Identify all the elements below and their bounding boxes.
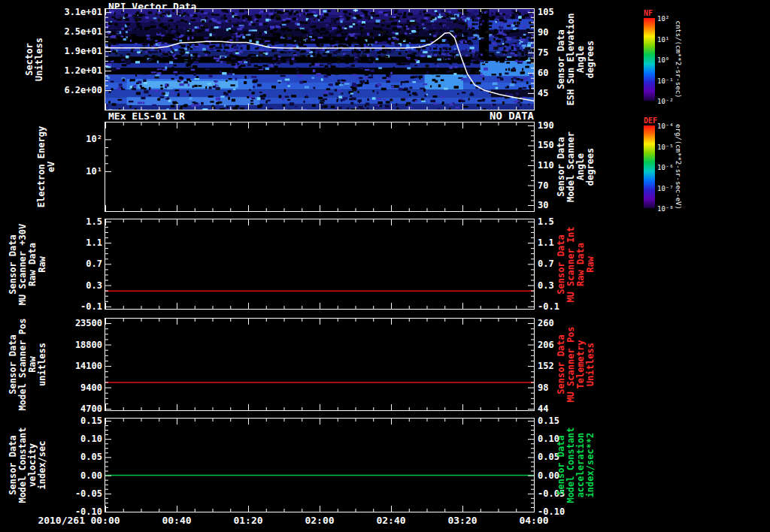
y-tick-label: 0.3 (50, 280, 102, 291)
y-tick-label: 30 (538, 200, 548, 210)
y-tick-label: 206 (538, 340, 554, 350)
npi-spectrogram-canvas (105, 9, 534, 110)
y-tick-label: 44 (538, 404, 548, 414)
y-tick-label: 1.1 (50, 237, 102, 248)
y-tick-label: 45 (538, 88, 548, 98)
y-tick-label: 0.3 (538, 280, 554, 291)
y-tick-label: 150 (538, 140, 554, 150)
y-tick-label: -0.1 (50, 301, 102, 312)
colorbar-tick-label: 10⁻¹ (657, 77, 674, 85)
x-tick-label: 00:40 (150, 515, 203, 526)
colorbar-nf-units: cnts/(cm**2-sr-sec) (675, 21, 682, 98)
y-tick-label: 1.5 (538, 216, 554, 227)
y-tick-label: 0.05 (50, 452, 102, 462)
colorbar-tick-label: 10⁻⁸ (657, 205, 674, 213)
colorbar-nf-gradient (644, 18, 655, 101)
y-axis-label-right: Sensor Data MU Scanner Pos Telemetry Uni… (556, 326, 596, 402)
y-tick-label: 1.1 (538, 237, 554, 248)
x-tick-label: 02:40 (365, 515, 417, 526)
y-axis-label-right: Sensor Data Model Constant acceleration … (556, 427, 596, 503)
y-tick-label: -0.05 (50, 488, 102, 499)
y-tick-label: 9400 (50, 382, 102, 393)
y-tick-label: 90 (538, 27, 548, 38)
panel-npi-spectrogram (105, 8, 535, 110)
panel-model-constant-velocity (105, 418, 535, 512)
y-axis-label-right: Sensor Data MU Scanner Int Raw Data Raw (556, 226, 596, 302)
y-tick-label: 260 (538, 318, 554, 328)
y-tick-label: 10² (50, 134, 102, 144)
y-tick-label: 98 (538, 382, 548, 393)
colorbar-tick-label: 10⁻⁵ (657, 144, 674, 151)
x-tick-label: 01:20 (222, 515, 274, 526)
y-tick-label: 105 (538, 7, 554, 17)
y-axis-label-left: Sector Unitless (25, 38, 44, 81)
y-tick-label: 152 (538, 361, 554, 371)
colorbar-tick-label: 10⁻⁴ (657, 122, 674, 130)
y-axis-label-left: Sensor Data MU Scanner +30V Raw Data Raw (8, 223, 47, 304)
y-tick-label: 0.7 (538, 258, 554, 269)
y-tick-label: 0.7 (50, 258, 102, 269)
y-tick-label: 18800 (50, 340, 102, 350)
colorbar-tick-label: 10⁻⁶ (657, 164, 674, 171)
y-axis-label-left: Electron Energy eV (37, 126, 56, 207)
y-tick-label: 14100 (50, 361, 102, 371)
y-tick-label: 1.5 (50, 216, 102, 227)
y-tick-label: 1.2e+01 (50, 65, 102, 76)
y-tick-label: 4700 (50, 404, 102, 414)
y-tick-label: 190 (538, 120, 554, 131)
y-axis-label-left: Sensor Data Model Scanner Pos Raw unitle… (8, 319, 47, 411)
x-tick-label: 00:00 (79, 515, 132, 526)
y-tick-label: 0.15 (50, 416, 102, 426)
y-axis-label-right: Sensor Data ESH Sun Elevation Angle degr… (556, 14, 596, 106)
model-scanner-pos-canvas (105, 319, 534, 410)
y-axis-label-right: Sensor Data Model Scanner Angle degrees (556, 131, 596, 202)
els-spectrogram-canvas (105, 122, 534, 211)
y-tick-label: 75 (538, 47, 548, 58)
y-tick-label: 6.2e+00 (50, 85, 102, 95)
y-tick-label: 0.10 (50, 434, 102, 444)
y-tick-label: 3.1e+01 (50, 7, 102, 17)
y-tick-label: 60 (538, 68, 548, 78)
x-tick-label: 03:20 (436, 515, 489, 526)
x-tick-label: 04:00 (508, 515, 560, 526)
y-tick-label: 70 (538, 180, 548, 191)
panel-mu-scanner-30v (105, 219, 535, 310)
y-tick-label: 1.9e+01 (50, 46, 102, 56)
colorbar-tick-label: 10² (657, 15, 669, 23)
colorbar-tick-label: 10⁻² (657, 98, 674, 105)
colorbar-tick-label: 10⁰ (657, 56, 669, 64)
panel2-title: MEx ELS-01 LR (108, 110, 185, 122)
y-tick-label: 0.15 (538, 416, 559, 426)
colorbar-def-units: erg/(cm**2-sr-sec-eV) (675, 124, 682, 210)
plot-screen: NPI Vector Data MEx ELS-01 LR NO DATA 20… (0, 0, 770, 532)
y-tick-label: 10¹ (50, 166, 102, 177)
y-tick-label: 110 (538, 160, 554, 171)
colorbar-nf-title: NF (644, 9, 653, 17)
panel-model-scanner-pos (105, 318, 535, 411)
mu-scanner-30v-canvas (105, 219, 534, 309)
colorbar-tick-label: 10¹ (657, 36, 669, 44)
y-tick-label: 0.00 (50, 470, 102, 481)
panel-els-spectrogram (105, 122, 535, 212)
y-tick-label: 23500 (50, 318, 102, 328)
model-constant-velocity-canvas (105, 419, 534, 512)
colorbar-def-title: DEF (644, 116, 657, 125)
y-axis-label-left: Sensor Data Model Constant velocity inde… (8, 427, 47, 503)
colorbar-def-gradient (644, 125, 655, 208)
colorbar-tick-label: 10⁻⁷ (657, 185, 674, 192)
y-tick-label: 2.5e+01 (50, 26, 102, 37)
x-tick-label: 02:00 (293, 515, 346, 526)
y-tick-label: -0.1 (538, 301, 559, 312)
no-data-label: NO DATA (420, 110, 534, 122)
